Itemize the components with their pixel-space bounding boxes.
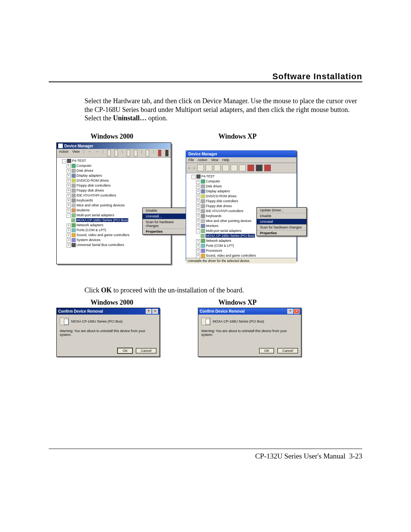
device-row: MOXA CP-168U Series (PCI Bus) [201, 318, 298, 325]
menu-file[interactable]: File [188, 158, 194, 162]
tree-node[interactable]: Floppy disk drives [206, 204, 232, 208]
help-icon[interactable]: ? [287, 309, 293, 314]
ctx-scan[interactable]: Scan for hardware changes [257, 225, 306, 230]
tree-node[interactable]: Multi-port serial adapters [206, 229, 242, 233]
tree-node[interactable]: Monitors [206, 224, 218, 228]
tree-node[interactable]: Disk drives [206, 184, 222, 188]
menu-view[interactable]: View [211, 158, 218, 162]
toolbar-btn[interactable] [127, 150, 130, 157]
page-number: 3-23 [349, 452, 362, 460]
titlebar: Confirm Device Removal ? × [198, 308, 301, 315]
tree-node[interactable]: Floppy disk controllers [76, 184, 111, 187]
device-name: MOXA CP-168U Series (PCI Bus) [213, 320, 264, 323]
ctx-update[interactable]: Update Driver... [257, 208, 306, 213]
tree-node[interactable]: Display adapters [76, 174, 102, 177]
para2-suffix: to proceed with the un-installation of t… [112, 286, 244, 294]
tree-node-selected[interactable]: MOXA CP-168U Series (PCI Bus) [76, 218, 128, 222]
help-icon[interactable]: ? [146, 309, 151, 314]
toolbar-btn[interactable] [197, 165, 204, 171]
window-buttons: ? × [146, 309, 158, 314]
toolbar-btn[interactable] [214, 165, 221, 171]
tree-node[interactable]: Disk drives [76, 169, 93, 173]
menu-help[interactable]: Help [222, 158, 229, 162]
tree-node[interactable]: Floppy disk drives [76, 189, 104, 192]
toolbar-btn[interactable] [146, 150, 149, 157]
toolbar-btn[interactable] [231, 165, 237, 171]
fwd-icon[interactable]: → [96, 150, 99, 157]
cancel-button[interactable]: Cancel [136, 348, 156, 353]
tree-node[interactable]: Display adapters [206, 189, 230, 193]
tree-node[interactable]: Ports (COM & LPT) [76, 228, 106, 232]
tree-node[interactable]: Mice and other pointing devices [206, 219, 252, 223]
toolbar-btn[interactable] [134, 150, 137, 157]
toolbar-btn[interactable] [264, 165, 271, 171]
tree-node[interactable]: Mice and other pointing devices [76, 203, 125, 207]
toolbar-btn[interactable] [222, 165, 229, 171]
toolbar-btn[interactable] [206, 165, 212, 171]
tree-root[interactable]: P4-TEST [72, 159, 86, 163]
tree-node[interactable]: Universal Serial Bus controllers [76, 243, 124, 247]
ctx-properties[interactable]: Properties [257, 230, 306, 236]
tree-node[interactable]: Ports (COM & LPT) [206, 244, 234, 248]
back-icon[interactable]: ← [188, 166, 191, 170]
toolbar-btn[interactable] [247, 165, 254, 171]
title-text: Device Manager [64, 144, 93, 148]
toolbar-btn[interactable] [107, 150, 111, 157]
ctx-disable[interactable]: Disable [257, 213, 306, 219]
tree-node[interactable]: Computer [76, 164, 92, 168]
tree-node[interactable]: System devices [76, 238, 100, 242]
tree-node[interactable]: IDE ATA/ATAPI controllers [206, 209, 244, 213]
tree-node[interactable]: Modems [76, 208, 90, 212]
toolbar-btn[interactable] [115, 150, 118, 157]
tree-node[interactable]: DVD/CD-ROM drives [206, 194, 236, 198]
status-bar: Uninstalls the driver for the selected d… [186, 258, 296, 264]
ctx-uninstall[interactable]: Uninstall... [143, 214, 188, 219]
toolbar-btn[interactable] [239, 165, 246, 171]
tree-node[interactable]: Keyboards [206, 214, 221, 218]
menu-action[interactable]: Action [198, 158, 207, 162]
fwd-icon[interactable]: → [193, 166, 196, 170]
tree-node[interactable]: Multi-port serial adapters [76, 213, 114, 217]
tree-node[interactable]: Processors [206, 249, 222, 252]
tree-node[interactable]: Keyboards [76, 198, 93, 202]
ok-button[interactable]: OK [118, 348, 132, 353]
ok-button[interactable]: OK [259, 348, 274, 353]
tree-node[interactable]: IDE ATA/ATAPI controllers [76, 193, 116, 197]
ctx-scan[interactable]: Scan for hardware changes [143, 219, 188, 229]
device-name: MOXA CP-168U Series (PCI Bus) [71, 320, 123, 323]
menu-view[interactable]: View [72, 150, 80, 157]
close-icon[interactable]: × [294, 309, 299, 314]
manual-name: CP-132U Series User's Manual [255, 452, 345, 460]
tree-node[interactable]: Sound, video and game controllers [76, 233, 129, 237]
back-icon[interactable]: ← [88, 150, 92, 157]
tree-node[interactable]: Floppy disk controllers [206, 199, 238, 203]
menu-action[interactable]: Action [59, 150, 68, 157]
tree-node[interactable]: Computer [206, 179, 220, 183]
ctx-uninstall[interactable]: Uninstall [257, 219, 306, 225]
tree-node[interactable]: Network adapters [76, 223, 104, 227]
toolbar: ← → [186, 163, 296, 173]
tree-root[interactable]: P4-TEST [201, 174, 215, 178]
tree-node-selected[interactable]: MOXA CP-168U Series (PCI Bus) [206, 234, 255, 238]
confirm-dialog-wxp: Confirm Device Removal ? × MOXA CP-168U … [198, 308, 301, 357]
warning-text: Warning: You are about to uninstall this… [60, 329, 156, 337]
confirm-dialog-w2k: Confirm Device Removal ? × MOXA CP-168U … [56, 308, 160, 357]
tree-node[interactable]: DVD/CD-ROM drives [76, 179, 109, 182]
cancel-button[interactable]: Cancel [277, 348, 298, 353]
footer-rule [49, 449, 362, 449]
toolbar-btn[interactable] [165, 150, 169, 157]
button-row: OK Cancel [201, 348, 298, 353]
tree-node[interactable]: Sound, video and game controllers [206, 254, 256, 257]
instruction-paragraph-1: Select the Hardware tab, and then click … [84, 97, 362, 123]
ctx-disable[interactable]: Disable [143, 208, 188, 214]
titlebar: Confirm Device Removal ? × [57, 308, 159, 315]
window-buttons: ? × [287, 309, 299, 314]
title-text: Device Manager [188, 152, 217, 156]
label-w2k-1: Windows 2000 [91, 133, 133, 141]
tree-node[interactable]: Network adapters [206, 239, 231, 243]
toolbar-btn[interactable] [256, 165, 263, 171]
ctx-properties[interactable]: Properties [143, 229, 188, 234]
device-row: MOXA CP-168U Series (PCI Bus) [60, 318, 156, 325]
toolbar-btn[interactable] [158, 150, 161, 157]
close-icon[interactable]: × [152, 309, 158, 314]
